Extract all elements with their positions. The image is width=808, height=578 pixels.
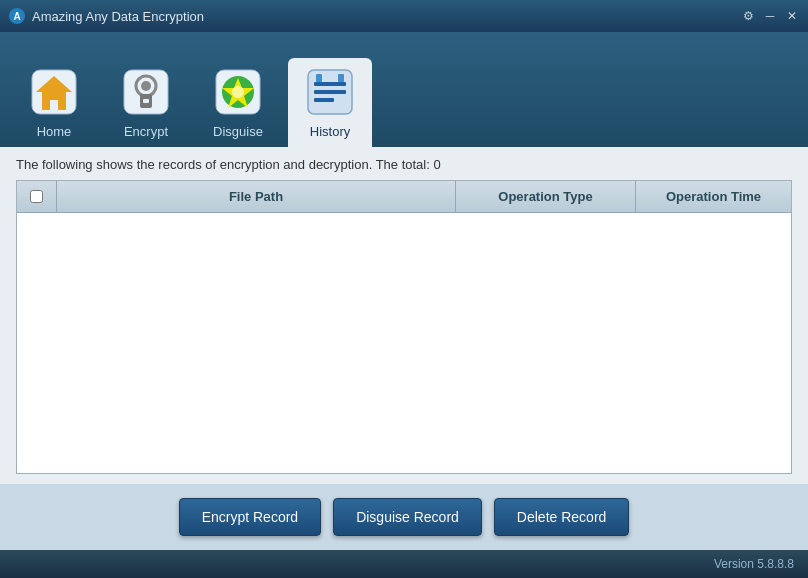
main-area: The following shows the records of encry… bbox=[0, 147, 808, 484]
col-optime: Operation Time bbox=[636, 181, 791, 212]
svg-rect-16 bbox=[314, 98, 334, 102]
disguise-record-button[interactable]: Disguise Record bbox=[333, 498, 482, 536]
tab-history-label: History bbox=[310, 124, 350, 139]
delete-record-button[interactable]: Delete Record bbox=[494, 498, 630, 536]
svg-text:A: A bbox=[13, 11, 20, 22]
app-title: Amazing Any Data Encryption bbox=[32, 9, 740, 24]
encrypt-icon bbox=[118, 64, 174, 120]
settings-button[interactable]: ⚙ bbox=[740, 8, 756, 24]
select-all-checkbox[interactable] bbox=[30, 190, 43, 203]
table-body bbox=[17, 213, 791, 473]
tab-encrypt[interactable]: Encrypt bbox=[104, 58, 188, 147]
home-icon bbox=[26, 64, 82, 120]
nav-area: Home Encrypt Disguise bbox=[0, 32, 808, 147]
version-text: Version 5.8.8.8 bbox=[714, 557, 794, 571]
svg-rect-18 bbox=[316, 74, 322, 82]
bottom-button-area: Encrypt Record Disguise Record Delete Re… bbox=[0, 484, 808, 550]
table-header: File Path Operation Type Operation Time bbox=[17, 181, 791, 213]
svg-point-12 bbox=[232, 86, 244, 98]
svg-rect-17 bbox=[338, 74, 344, 82]
disguise-icon bbox=[210, 64, 266, 120]
status-bar: Version 5.8.8.8 bbox=[0, 550, 808, 578]
svg-rect-8 bbox=[143, 99, 149, 103]
svg-rect-14 bbox=[314, 82, 346, 86]
col-filepath: File Path bbox=[57, 181, 456, 212]
app-icon: A bbox=[8, 7, 26, 25]
tab-home-label: Home bbox=[37, 124, 72, 139]
tab-history[interactable]: History bbox=[288, 58, 372, 147]
select-all-cell[interactable] bbox=[17, 181, 57, 212]
history-icon bbox=[302, 64, 358, 120]
svg-rect-15 bbox=[314, 90, 346, 94]
col-optype: Operation Type bbox=[456, 181, 636, 212]
tab-disguise-label: Disguise bbox=[213, 124, 263, 139]
minimize-button[interactable]: ─ bbox=[762, 8, 778, 24]
window-controls: ⚙ ─ ✕ bbox=[740, 8, 800, 24]
close-button[interactable]: ✕ bbox=[784, 8, 800, 24]
tab-encrypt-label: Encrypt bbox=[124, 124, 168, 139]
info-text: The following shows the records of encry… bbox=[16, 157, 792, 172]
tab-disguise[interactable]: Disguise bbox=[196, 58, 280, 147]
history-table: File Path Operation Type Operation Time bbox=[16, 180, 792, 474]
tab-home[interactable]: Home bbox=[12, 58, 96, 147]
encrypt-record-button[interactable]: Encrypt Record bbox=[179, 498, 321, 536]
title-bar: A Amazing Any Data Encryption ⚙ ─ ✕ bbox=[0, 0, 808, 32]
svg-point-6 bbox=[141, 81, 151, 91]
